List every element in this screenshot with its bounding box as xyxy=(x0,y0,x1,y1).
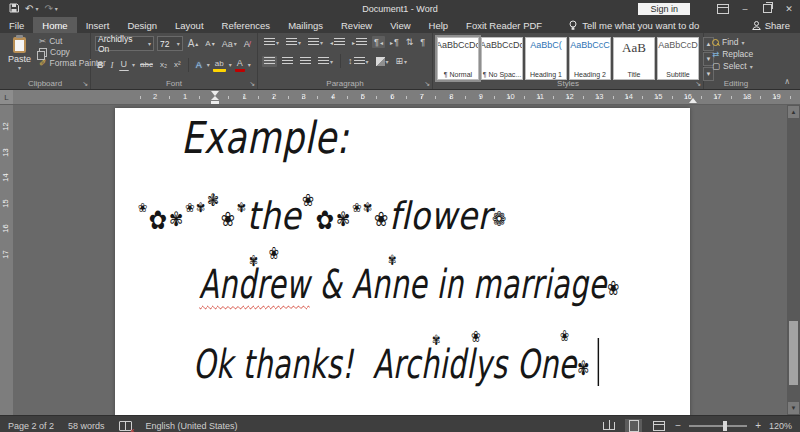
styles-dialog-launcher-icon[interactable]: ↘ xyxy=(695,80,701,88)
highlight-color-button[interactable]: ab xyxy=(213,58,226,72)
zoom-out-button[interactable]: − xyxy=(675,420,681,431)
close-button[interactable]: ✕ xyxy=(778,0,800,17)
superscript-button[interactable]: x² xyxy=(172,59,183,70)
undo-dropdown-icon[interactable]: ▾ xyxy=(35,5,38,12)
grow-font-button[interactable]: A▴ xyxy=(186,37,201,50)
scroll-up-icon[interactable]: ▲ xyxy=(788,106,799,118)
save-icon[interactable] xyxy=(9,3,19,15)
collapse-ribbon-icon[interactable]: ∧ xyxy=(784,77,790,86)
align-right-icon xyxy=(300,57,311,66)
share-button[interactable]: Share xyxy=(752,17,800,33)
customize-qat-icon[interactable]: ▾ xyxy=(55,5,58,12)
select-button[interactable]: ▢Select▾ xyxy=(712,61,768,71)
decrease-indent-button[interactable]: ◂ xyxy=(328,37,347,48)
multilevel-list-button[interactable]: ▾ xyxy=(306,37,325,48)
align-left-button[interactable] xyxy=(262,56,277,67)
scrollbar-thumb[interactable] xyxy=(789,321,798,385)
tab-review[interactable]: Review xyxy=(332,17,381,33)
font-name-combobox[interactable]: Archidlys On▾ xyxy=(95,36,154,51)
minimize-button[interactable]: – xyxy=(734,0,756,17)
justify-button[interactable]: ▾ xyxy=(316,56,335,67)
style-card-heading-2[interactable]: AaBbCcCHeading 2 xyxy=(569,37,611,80)
tab-file[interactable]: File xyxy=(0,17,33,33)
tab-home[interactable]: Home xyxy=(33,17,76,33)
vertical-scrollbar[interactable]: ▲ ▼ xyxy=(787,105,800,415)
subscript-button[interactable]: x₂ xyxy=(158,59,169,70)
text-effects-button[interactable]: A xyxy=(194,59,204,71)
bold-button[interactable]: B xyxy=(95,59,106,71)
underline-dropdown-icon[interactable]: ▾ xyxy=(132,61,135,68)
hanging-indent-marker[interactable] xyxy=(211,96,219,100)
proofing-errors-icon[interactable] xyxy=(119,421,132,431)
show-paragraph-marks-button[interactable]: ¶ xyxy=(418,36,427,48)
numbering-button[interactable]: ▾ xyxy=(284,37,303,48)
tab-insert[interactable]: Insert xyxy=(77,17,119,33)
clipboard-dialog-launcher-icon[interactable]: ↘ xyxy=(82,80,88,88)
paste-dropdown-icon[interactable]: ▾ xyxy=(18,64,21,71)
tell-me-box[interactable]: Tell me what you want to do xyxy=(569,17,699,33)
tab-view[interactable]: View xyxy=(381,17,419,33)
print-layout-button[interactable] xyxy=(625,419,642,432)
web-layout-button[interactable] xyxy=(650,419,667,432)
shrink-font-button[interactable]: A▾ xyxy=(203,38,216,49)
word-count-status[interactable]: 58 words xyxy=(68,421,105,431)
align-center-button[interactable] xyxy=(280,56,295,67)
undo-icon[interactable]: ↶ xyxy=(25,4,33,14)
left-indent-marker[interactable] xyxy=(211,101,219,104)
style-card-heading-1[interactable]: AaBbC(Heading 1 xyxy=(525,37,567,80)
sign-in-button[interactable]: Sign in xyxy=(638,3,690,15)
redo-icon[interactable]: ↷ xyxy=(44,4,52,14)
tab-help[interactable]: Help xyxy=(420,17,458,33)
style-card-no-spac[interactable]: AaBbCcDc¶ No Spac... xyxy=(481,37,523,80)
clear-formatting-button[interactable]: A/ xyxy=(242,38,253,50)
document-page[interactable]: Example:❀✿✾❀✾❃❀✾the❀✿✾❀✾❀flower❁Andrew✾❀… xyxy=(115,108,690,415)
ruler-tick xyxy=(273,96,274,99)
font-color-button[interactable]: A xyxy=(235,57,245,72)
quick-access-toolbar: ↶ ▾ ↷ ▾ xyxy=(0,3,58,15)
page-number-status[interactable]: Page 2 of 2 xyxy=(8,421,54,431)
zoom-in-button[interactable]: + xyxy=(755,420,761,431)
underline-button[interactable]: U xyxy=(119,58,130,71)
line-spacing-button[interactable]: ↕▾ xyxy=(346,55,371,67)
ruler-tick xyxy=(642,96,643,99)
sort-button[interactable]: ⇅ xyxy=(404,36,416,48)
tab-mailings[interactable]: Mailings xyxy=(279,17,332,33)
vertical-ruler[interactable]: 121314151617 xyxy=(0,105,13,415)
align-right-button[interactable] xyxy=(298,56,313,67)
bullets-button[interactable]: ▾ xyxy=(262,37,281,48)
ribbon-display-options-button[interactable] xyxy=(712,0,734,17)
tab-layout[interactable]: Layout xyxy=(166,17,213,33)
italic-button[interactable]: I xyxy=(109,59,116,71)
tab-stop-selector[interactable]: L xyxy=(0,90,13,104)
shading-button[interactable]: ▾ xyxy=(374,56,391,67)
font-dialog-launcher-icon[interactable]: ↘ xyxy=(249,80,255,88)
read-mode-button[interactable] xyxy=(600,419,617,432)
ruler-tick xyxy=(509,96,510,99)
style-sample: AaBbCcDc xyxy=(437,40,479,50)
increase-indent-button[interactable]: ▸ xyxy=(350,37,369,48)
tab-references[interactable]: References xyxy=(213,17,280,33)
tab-design[interactable]: Design xyxy=(118,17,166,33)
style-card-subtitle[interactable]: AaBbCcDSubtitle xyxy=(657,37,699,80)
tab-foxit-reader-pdf[interactable]: Foxit Reader PDF xyxy=(457,17,551,33)
restore-button[interactable] xyxy=(756,0,778,17)
zoom-level[interactable]: 120% xyxy=(769,421,792,431)
style-card-normal[interactable]: AaBbCcDc¶ Normal xyxy=(437,37,479,80)
language-status[interactable]: English (United States) xyxy=(146,421,238,431)
find-button[interactable]: Find▾ xyxy=(712,37,768,47)
replace-button[interactable]: ⇄Replace xyxy=(712,49,768,59)
style-card-title[interactable]: AaBTitle xyxy=(613,37,655,80)
change-case-button[interactable]: Aa▾ xyxy=(220,38,239,50)
flower-glyph: ❀ xyxy=(374,208,388,230)
borders-button[interactable]: ⊞▾ xyxy=(394,55,410,67)
strikethrough-button[interactable]: abc xyxy=(138,59,155,70)
zoom-slider[interactable] xyxy=(689,425,747,427)
paste-button[interactable]: Paste ▾ xyxy=(4,36,35,72)
font-size-combobox[interactable]: 72▾ xyxy=(157,36,183,51)
zoom-slider-thumb[interactable] xyxy=(723,421,727,431)
scroll-down-icon[interactable]: ▼ xyxy=(788,402,799,414)
right-to-left-button[interactable]: ▸¶ xyxy=(388,36,401,48)
left-to-right-button[interactable]: ¶◂ xyxy=(372,36,385,48)
paragraph-dialog-launcher-icon[interactable]: ↘ xyxy=(424,80,430,88)
horizontal-ruler[interactable]: L 2112345678910111213141516171819 xyxy=(0,90,800,105)
